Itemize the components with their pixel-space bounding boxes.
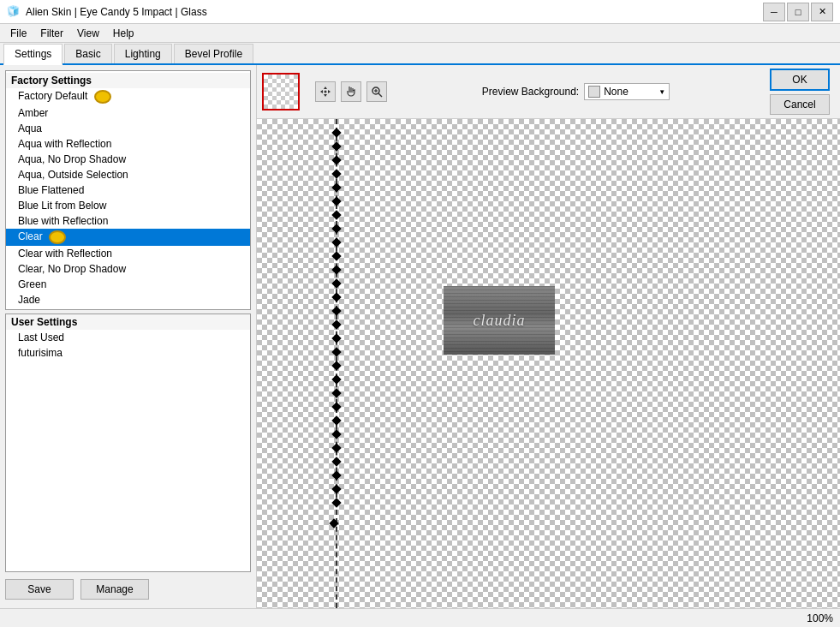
list-item-green[interactable]: Green xyxy=(6,277,250,292)
close-button[interactable]: ✕ xyxy=(811,3,833,21)
tab-lighting[interactable]: Lighting xyxy=(114,44,172,63)
list-item-blue-reflection[interactable]: Blue with Reflection xyxy=(6,213,250,229)
ok-button[interactable]: OK xyxy=(770,69,830,91)
preview-image: claudia xyxy=(444,286,555,355)
list-item-aqua-no-drop[interactable]: Aqua, No Drop Shadow xyxy=(6,152,250,167)
preview-bg-color-swatch xyxy=(588,86,600,98)
user-settings-header: User Settings xyxy=(6,314,250,330)
factory-settings-header: Factory Settings xyxy=(6,73,250,88)
bottom-buttons: Save Manage xyxy=(5,576,251,603)
preview-background-select[interactable]: None ▼ xyxy=(584,83,670,100)
tab-basic[interactable]: Basic xyxy=(64,44,111,63)
list-item-aqua-reflection[interactable]: Aqua with Reflection xyxy=(6,136,250,152)
list-item-clear[interactable]: Clear xyxy=(6,229,250,246)
list-item-aqua[interactable]: Aqua xyxy=(6,121,250,136)
save-button[interactable]: Save xyxy=(5,579,74,600)
list-item-aqua-outside[interactable]: Aqua, Outside Selection xyxy=(6,167,250,182)
list-item-amber[interactable]: Amber xyxy=(6,105,250,121)
ok-cancel-group: OK Cancel xyxy=(765,69,835,115)
preview-background-value: None xyxy=(604,86,629,98)
user-settings-container: User Settings Last Used futurisima xyxy=(5,314,251,572)
list-item-factory-default[interactable]: Factory Default xyxy=(6,88,250,105)
tab-bar: Settings Basic Lighting Bevel Profile xyxy=(0,43,840,65)
title-bar: 🧊 Alien Skin | Eye Candy 5 Impact | Glas… xyxy=(0,0,840,24)
menu-filter[interactable]: Filter xyxy=(33,26,70,41)
tab-settings[interactable]: Settings xyxy=(3,44,63,65)
list-item-clear-reflection[interactable]: Clear with Reflection xyxy=(6,246,250,261)
preview-thumbnail xyxy=(262,73,300,110)
factory-settings-container: Factory Settings Factory Default Amber A… xyxy=(5,70,251,310)
left-panel: Factory Settings Factory Default Amber A… xyxy=(0,65,257,608)
zoom-level: 100% xyxy=(807,612,833,624)
move-tool-button[interactable] xyxy=(315,81,336,102)
status-bar: 100% xyxy=(0,608,840,627)
preview-area: claudia xyxy=(257,119,840,608)
list-item-clear-no-drop[interactable]: Clear, No Drop Shadow xyxy=(6,261,250,277)
minimize-button[interactable]: ─ xyxy=(763,3,785,21)
right-panel: Preview Background: None ▼ OK Cancel xyxy=(257,65,840,608)
tab-bevel-profile[interactable]: Bevel Profile xyxy=(174,44,253,63)
window-title: Alien Skin | Eye Candy 5 Impact | Glass xyxy=(26,6,207,18)
menu-bar: File Filter View Help xyxy=(0,24,840,43)
list-item-last-used[interactable]: Last Used xyxy=(6,330,250,345)
factory-settings-list: Factory Settings Factory Default Amber A… xyxy=(6,71,250,309)
app-icon: 🧊 xyxy=(7,5,21,19)
maximize-button[interactable]: □ xyxy=(787,3,809,21)
menu-view[interactable]: View xyxy=(70,26,106,41)
zoom-tool-button[interactable] xyxy=(366,81,387,102)
hand-tool-button[interactable] xyxy=(341,81,361,102)
svg-line-2 xyxy=(378,93,382,97)
list-item-jade[interactable]: Jade xyxy=(6,292,250,308)
list-item-futurisima[interactable]: futurisima xyxy=(6,345,250,361)
preview-text: claudia xyxy=(474,312,526,330)
list-item-blue-flattened[interactable]: Blue Flattened xyxy=(6,182,250,198)
menu-file[interactable]: File xyxy=(3,26,33,41)
dropdown-arrow-icon: ▼ xyxy=(658,88,665,96)
main-content: Factory Settings Factory Default Amber A… xyxy=(0,65,840,608)
svg-point-0 xyxy=(325,91,327,93)
list-item-blue-lit[interactable]: Blue Lit from Below xyxy=(6,198,250,213)
preview-background-label: Preview Background: xyxy=(482,86,579,98)
cancel-button[interactable]: Cancel xyxy=(770,94,830,115)
list-item-opaque-aqua[interactable]: Opaque Aqua xyxy=(6,308,250,309)
menu-help[interactable]: Help xyxy=(106,26,141,41)
window-controls: ─ □ ✕ xyxy=(763,3,833,21)
manage-button[interactable]: Manage xyxy=(80,579,149,600)
